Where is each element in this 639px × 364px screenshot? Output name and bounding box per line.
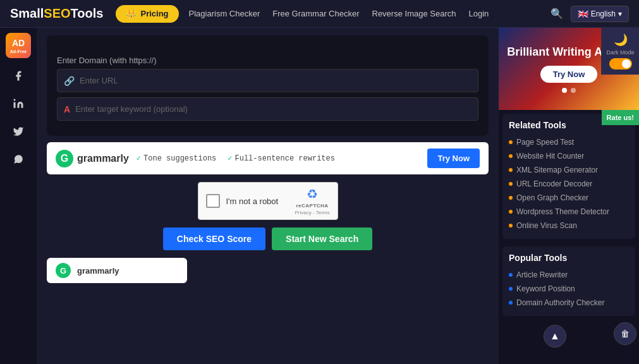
logo: SmallSEOTools bbox=[10, 6, 103, 21]
svg-point-0 bbox=[14, 99, 16, 101]
tool-link-xml-sitemap[interactable]: XML Sitemap Generator bbox=[509, 163, 629, 177]
grammarly-rewrite-label: Full-sentence rewrites bbox=[235, 154, 335, 163]
captcha-box: I'm not a robot ♻ reCAPTCHA Privacy - Te… bbox=[198, 182, 338, 220]
tool-link-article-rewriter[interactable]: Article Rewriter bbox=[509, 268, 629, 282]
grammarly-try-button[interactable]: Try Now bbox=[427, 149, 480, 168]
rate-us-button[interactable]: Rate us! bbox=[602, 110, 639, 125]
tool-link-url-encoder[interactable]: URL Encoder Decoder bbox=[509, 177, 629, 191]
tool-dot bbox=[509, 168, 513, 172]
recaptcha-logo: ♻ bbox=[307, 186, 318, 202]
scroll-top-button[interactable]: ▲ bbox=[544, 325, 566, 348]
sidebar-bottom-actions: ▲ 🗑 bbox=[499, 320, 639, 353]
tool-link-wp-theme[interactable]: Wordpress Theme Detector bbox=[509, 205, 629, 219]
promo-dot-2 bbox=[571, 88, 576, 93]
captcha-checkbox[interactable] bbox=[206, 194, 220, 208]
left-sidebar: AD Ad-Free bbox=[0, 28, 37, 364]
language-selector[interactable]: 🇬🇧 English ▾ bbox=[571, 6, 629, 22]
tool-label: Page Speed Test bbox=[516, 138, 574, 147]
check-seo-button[interactable]: Check SEO Score bbox=[163, 228, 265, 250]
tool-dot bbox=[509, 182, 513, 186]
main-content: Enter Domain (with https://) 🔗 A G gramm… bbox=[37, 28, 499, 364]
popular-tools-title: Popular Tools bbox=[509, 253, 629, 263]
ad-free-label: Ad-Free bbox=[10, 49, 27, 54]
tool-label: Domain Authority Checker bbox=[516, 298, 604, 307]
dark-mode-panel: 🌙 Dark Mode bbox=[601, 28, 639, 75]
grammar-checker-link[interactable]: Free Grammar Checker bbox=[272, 9, 359, 18]
login-link[interactable]: Login bbox=[468, 9, 489, 18]
reverse-image-search-link[interactable]: Reverse Image Search bbox=[372, 9, 456, 18]
tool-link-open-graph[interactable]: Open Graph Checker bbox=[509, 191, 629, 205]
captcha-right: ♻ reCAPTCHA Privacy - Terms bbox=[295, 186, 330, 215]
tool-label: URL Encoder Decoder bbox=[516, 179, 592, 188]
pricing-button[interactable]: 👑 Pricing bbox=[116, 5, 178, 23]
tool-link-virus-scan[interactable]: Online Virus Scan bbox=[509, 219, 629, 233]
ad-free-button[interactable]: AD Ad-Free bbox=[6, 33, 31, 58]
header: SmallSEOTools 👑 Pricing Plagiarism Check… bbox=[0, 0, 639, 28]
tool-label: XML Sitemap Generator bbox=[516, 166, 598, 174]
chevron-down-icon: ▾ bbox=[618, 9, 622, 18]
linkedin-icon[interactable] bbox=[8, 94, 28, 114]
tool-label: Keyword Position bbox=[516, 284, 575, 293]
grammarly-feature-tone: ✓ Tone suggestions bbox=[137, 154, 216, 163]
language-label: English bbox=[591, 9, 616, 18]
grammarly-tone-label: Tone suggestions bbox=[143, 154, 216, 163]
keyword-input[interactable] bbox=[75, 98, 472, 120]
ad-icon: AD bbox=[12, 38, 25, 48]
captcha-area: I'm not a robot ♻ reCAPTCHA Privacy - Te… bbox=[47, 182, 489, 220]
tool-dot bbox=[509, 287, 513, 291]
promo-try-button[interactable]: Try Now bbox=[540, 66, 598, 83]
tool-label: Open Graph Checker bbox=[516, 193, 588, 202]
tool-label: Article Rewriter bbox=[516, 270, 568, 279]
grammarly-banner: G grammarly ✓ Tone suggestions ✓ Full-se… bbox=[47, 142, 489, 174]
bottom-grammarly-g-icon: G bbox=[56, 263, 71, 278]
action-buttons: Check SEO Score Start New Search bbox=[47, 228, 489, 250]
tool-label: Website Hit Counter bbox=[516, 152, 584, 161]
trash-icon-button[interactable]: 🗑 bbox=[614, 322, 636, 345]
tool-link-page-speed[interactable]: Page Speed Test bbox=[509, 135, 629, 149]
keyword-input-wrapper: A bbox=[57, 97, 478, 121]
grammarly-logo: G grammarly bbox=[56, 150, 129, 167]
search-icon[interactable]: 🔍 bbox=[551, 8, 563, 20]
bottom-grammarly-strip: G grammarly bbox=[47, 258, 187, 283]
tool-label: Wordpress Theme Detector bbox=[516, 207, 609, 216]
grammarly-feature-rewrite: ✓ Full-sentence rewrites bbox=[228, 154, 335, 163]
crown-icon: 👑 bbox=[126, 9, 137, 19]
tool-dot bbox=[509, 196, 513, 200]
new-search-button[interactable]: Start New Search bbox=[272, 228, 372, 250]
promo-wrapper: Brilliant Writing Awaits Try Now 🌙 Dark … bbox=[499, 28, 639, 110]
url-input-wrapper: 🔗 bbox=[57, 69, 478, 92]
grammarly-features: ✓ Tone suggestions ✓ Full-sentence rewri… bbox=[137, 154, 420, 163]
plagiarism-checker-link[interactable]: Plagiarism Checker bbox=[189, 9, 260, 18]
nav-links: Plagiarism Checker Free Grammar Checker … bbox=[189, 9, 551, 18]
related-tools-section: Related Tools Page Speed Test Website Hi… bbox=[502, 114, 635, 239]
form-section: Enter Domain (with https://) 🔗 A bbox=[57, 56, 478, 121]
tool-dot bbox=[509, 301, 513, 305]
dark-mode-toggle[interactable] bbox=[609, 58, 632, 70]
tool-link-domain-authority[interactable]: Domain Authority Checker bbox=[509, 296, 629, 310]
body-layout: AD Ad-Free Enter Domain (with https://) … bbox=[0, 28, 639, 364]
link-icon: 🔗 bbox=[64, 76, 75, 86]
promo-dot-1 bbox=[562, 88, 567, 93]
form-label: Enter Domain (with https://) bbox=[57, 56, 478, 65]
keyword-icon: A bbox=[64, 104, 70, 114]
twitter-icon[interactable] bbox=[8, 121, 28, 142]
whatsapp-icon[interactable] bbox=[8, 149, 28, 169]
captcha-label: I'm not a robot bbox=[226, 197, 289, 206]
recaptcha-links: Privacy - Terms bbox=[295, 210, 330, 215]
facebook-icon[interactable] bbox=[8, 66, 28, 86]
url-input[interactable] bbox=[80, 70, 472, 92]
tool-dot bbox=[509, 273, 513, 277]
tool-dot bbox=[509, 210, 513, 214]
tool-link-website-hit[interactable]: Website Hit Counter bbox=[509, 149, 629, 163]
grammarly-brand: grammarly bbox=[77, 153, 129, 164]
tool-label: Online Virus Scan bbox=[516, 221, 577, 230]
popular-tools-section: Popular Tools Article Rewriter Keyword P… bbox=[502, 246, 635, 316]
tool-dot bbox=[509, 140, 513, 144]
recaptcha-brand: reCAPTCHA bbox=[296, 203, 328, 209]
tool-dot bbox=[509, 154, 513, 158]
tool-link-keyword-position[interactable]: Keyword Position bbox=[509, 282, 629, 296]
promo-dots bbox=[562, 88, 576, 93]
bottom-grammarly-label: grammarly bbox=[77, 266, 119, 276]
dark-mode-label: Dark Mode bbox=[606, 49, 634, 56]
grammarly-g-icon: G bbox=[56, 150, 73, 167]
